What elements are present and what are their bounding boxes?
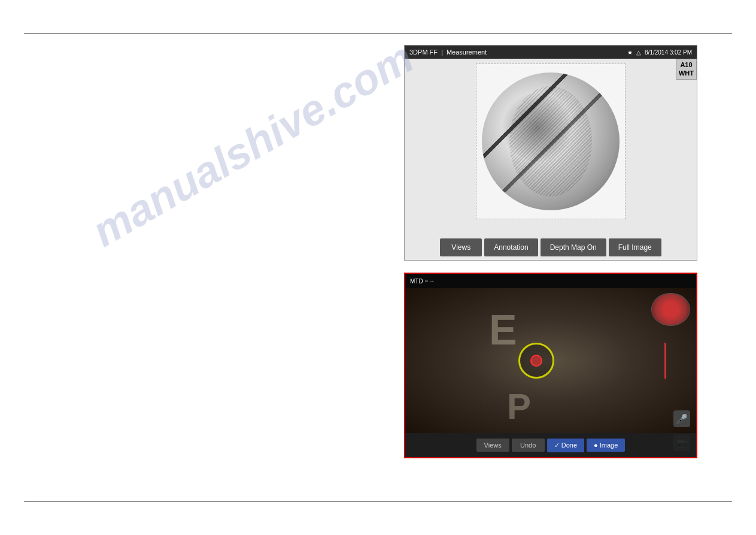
measurement-circle-view (482, 72, 620, 210)
mtd-text: MTD = -- (410, 278, 434, 285)
badge-line2: WHT (679, 69, 694, 77)
app-title: 3DPM FF (409, 49, 438, 56)
status-bar-left: 3DPM FF | Measurement (409, 49, 487, 56)
mode-label: Measurement (447, 49, 487, 56)
bottom-screenshot: MTD = -- 🎤 📷 Views Undo ✓ Done ● Image (404, 273, 697, 458)
bottom-done-button[interactable]: ✓ Done (547, 439, 584, 452)
badge-a10-wht: A10 WHT (676, 59, 697, 80)
target-crosshair (530, 355, 542, 367)
endoscope-image-area (405, 288, 696, 433)
bottom-toolbar: Views Undo ✓ Done ● Image (405, 433, 696, 457)
endoscope-view (405, 288, 696, 433)
status-bar-right: ★ △ 8/1/2014 3:02 PM (627, 49, 692, 56)
bottom-status-bar: MTD = -- (405, 274, 696, 288)
annotation-button[interactable]: Annotation (484, 238, 538, 256)
bluetooth-icon: ★ (627, 49, 633, 56)
wifi-icon: △ (636, 49, 641, 56)
mini-thumbnail (651, 293, 690, 326)
bottom-rule (24, 501, 732, 502)
status-bar: 3DPM FF | Measurement ★ △ 8/1/2014 3:02 … (405, 46, 697, 59)
top-rule (24, 33, 732, 34)
depth-map-button[interactable]: Depth Map On (541, 238, 606, 256)
bottom-views-button[interactable]: Views (476, 439, 509, 452)
watermark: manualshive.com (84, 32, 421, 256)
bottom-image-button[interactable]: ● Image (587, 439, 625, 452)
separator: | (441, 49, 443, 56)
views-button[interactable]: Views (440, 238, 482, 256)
measurement-ruler (664, 343, 666, 379)
top-screenshot: 3DPM FF | Measurement ★ △ 8/1/2014 3:02 … (404, 45, 697, 261)
target-circle (518, 343, 554, 379)
badge-line1: A10 (679, 61, 694, 69)
full-image-button[interactable]: Full Image (609, 238, 661, 256)
mic-icon[interactable]: 🎤 (673, 410, 690, 427)
measurement-image-area (476, 64, 626, 219)
bottom-undo-button[interactable]: Undo (512, 439, 545, 452)
datetime-text: 8/1/2014 3:02 PM (645, 49, 692, 56)
top-toolbar: Views Annotation Depth Map On Full Image (405, 235, 697, 260)
